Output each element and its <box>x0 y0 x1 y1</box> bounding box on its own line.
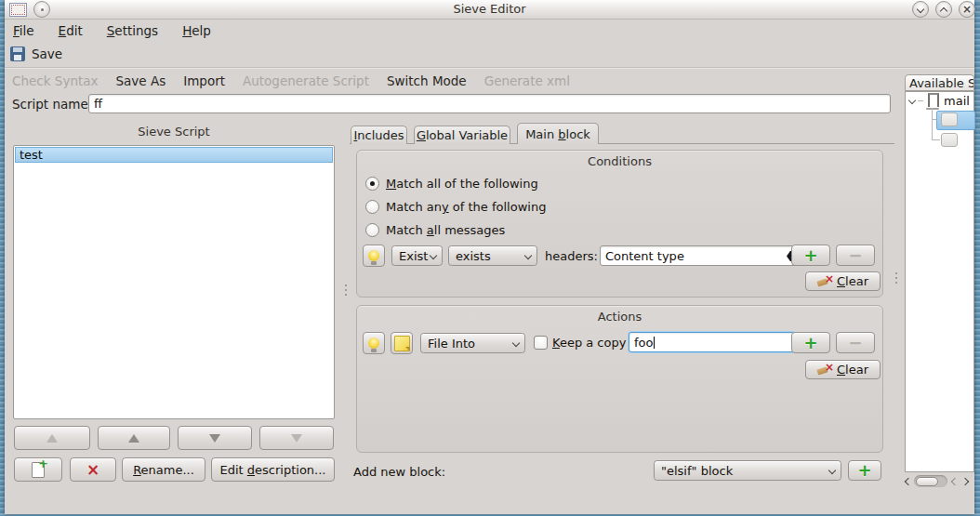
script-item-icon[interactable] <box>941 112 958 126</box>
script-name-label: Script name: <box>12 97 92 112</box>
label-accel: H <box>182 23 192 38</box>
move-bottom-button[interactable] <box>259 426 334 450</box>
main-toolbar: Save <box>5 42 980 66</box>
tab-global-variable[interactable]: Global Variable <box>414 126 510 144</box>
arrow-up-icon <box>128 434 139 443</box>
tab-main-block[interactable]: Main block <box>517 123 599 144</box>
chevron-up-icon <box>940 7 947 15</box>
pin-button[interactable] <box>33 1 50 18</box>
action-comment-button[interactable] <box>391 332 413 354</box>
scroll-left2-icon[interactable] <box>951 478 959 485</box>
scrollbar-track[interactable] <box>914 475 947 487</box>
save-as-button[interactable]: Save As <box>116 73 166 88</box>
sieve-script-list[interactable]: test <box>13 145 335 419</box>
tab-includes[interactable]: Includes <box>351 126 407 144</box>
import-button[interactable]: Import <box>183 73 225 88</box>
available-scripts-tree[interactable] <box>905 91 974 472</box>
pin-icon <box>41 8 44 11</box>
edit-description-button[interactable]: Edit description... <box>211 457 335 482</box>
remove-condition-button[interactable]: − <box>836 245 875 266</box>
script-item-icon[interactable] <box>941 133 958 147</box>
maximize-button[interactable] <box>935 1 952 18</box>
label-accel: G <box>417 128 426 142</box>
close-button[interactable]: × <box>959 1 975 18</box>
tab-label: Main block <box>525 127 590 141</box>
label-post: lock <box>566 127 590 141</box>
sieve-editor-window: Sieve Editor × File Edit Settings Help S… <box>5 0 974 514</box>
minimize-button[interactable] <box>912 1 929 18</box>
scroll-left-icon[interactable] <box>905 478 912 485</box>
move-up-button[interactable] <box>98 426 170 450</box>
label-post: escription... <box>255 463 325 477</box>
label-post: of the following <box>449 200 547 214</box>
label-accel: K <box>552 336 560 350</box>
label-accel: M <box>386 177 396 191</box>
label-post: ncludes <box>357 128 404 142</box>
keep-copy-checkbox[interactable] <box>534 336 548 350</box>
conditions-clear-button[interactable]: Clear <box>805 271 881 291</box>
remove-action-button[interactable]: − <box>836 332 875 353</box>
move-down-button[interactable] <box>178 426 252 450</box>
condition-help-button[interactable] <box>363 245 385 267</box>
menu-edit[interactable]: Edit <box>59 23 83 38</box>
chevron-down-icon <box>524 252 532 259</box>
tab-label: Global Variable <box>417 128 508 142</box>
rename-button[interactable]: Rename... <box>122 457 205 482</box>
condition-type-combo[interactable]: Exist <box>391 245 443 266</box>
folder-input[interactable]: foo <box>629 332 795 352</box>
label-accel: F <box>13 23 20 38</box>
menu-settings[interactable]: Settings <box>107 23 158 38</box>
chevron-down-icon <box>917 6 924 13</box>
label-pre: Match <box>386 223 427 237</box>
broom-icon <box>817 275 832 288</box>
add-block-button[interactable]: + <box>848 460 881 481</box>
toolbar-separator <box>5 67 974 68</box>
tree-root-label[interactable]: mail <box>944 94 970 108</box>
label-accel: R <box>133 463 140 477</box>
scrollbar-thumb[interactable] <box>916 477 938 486</box>
condition-match-combo[interactable]: exists <box>448 245 537 266</box>
chevron-down-icon <box>512 339 520 347</box>
autogenerate-script-button[interactable]: Autogenerate Script <box>243 73 369 88</box>
save-button[interactable]: Save <box>32 46 62 61</box>
label-post: lear <box>845 274 868 288</box>
menu-file[interactable]: File <box>13 23 34 38</box>
available-scripts-header[interactable]: Available S <box>905 74 974 91</box>
switch-mode-button[interactable]: Switch Mode <box>387 73 467 88</box>
action-help-button[interactable] <box>363 332 385 354</box>
script-name-input[interactable]: ff <box>88 94 891 113</box>
check-syntax-button[interactable]: Check Syntax <box>12 73 99 88</box>
action-type-combo[interactable]: File Into <box>420 333 525 353</box>
radio-label: Match any of the following <box>386 200 546 214</box>
delete-script-button[interactable]: × <box>70 457 116 482</box>
move-top-button[interactable] <box>14 426 90 450</box>
radio-label: Match all messages <box>386 223 505 237</box>
scroll-right-icon[interactable] <box>961 478 969 485</box>
add-condition-button[interactable]: + <box>791 245 830 266</box>
right-splitter-handle[interactable] <box>895 272 897 286</box>
lightbulb-icon <box>368 337 379 349</box>
app-icon[interactable] <box>9 3 27 17</box>
add-block-combo[interactable]: "elsif" block <box>654 460 841 481</box>
label-pre: Match an <box>386 200 442 214</box>
label-post: atch all of the following <box>396 177 537 191</box>
generate-xml-button[interactable]: Generate xml <box>484 73 570 88</box>
add-action-button[interactable]: + <box>791 332 830 353</box>
radio-match-all-following[interactable] <box>365 177 379 191</box>
arrow-down-icon <box>209 434 220 443</box>
menu-help[interactable]: Help <box>182 23 211 38</box>
actions-clear-button[interactable]: Clear <box>805 360 881 379</box>
menubar: File Edit Settings Help <box>5 20 980 42</box>
plus-icon: + <box>857 464 871 477</box>
list-item-test[interactable]: test <box>15 147 333 163</box>
button-label: Edit description... <box>219 463 325 477</box>
left-splitter-handle[interactable] <box>345 284 347 298</box>
label-post: elp <box>192 23 211 38</box>
radio-match-any-following[interactable] <box>365 200 379 214</box>
sieve-script-panel-title: Sieve Script <box>7 125 340 139</box>
close-icon: × <box>962 4 972 15</box>
combo-value: "elsif" block <box>661 464 733 478</box>
new-script-button[interactable] <box>14 457 62 482</box>
label-post: ename... <box>141 463 194 477</box>
radio-match-all-messages[interactable] <box>365 223 379 237</box>
